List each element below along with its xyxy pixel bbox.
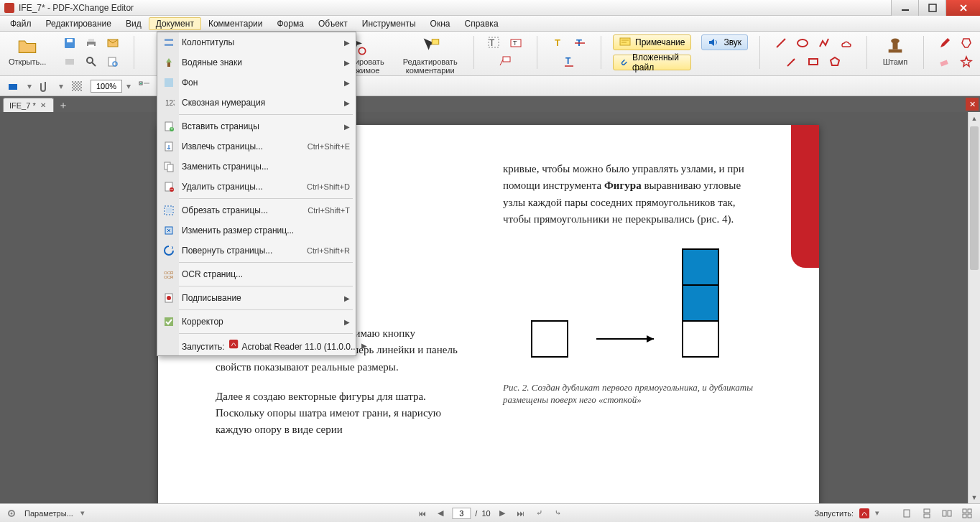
search-button[interactable] <box>82 53 101 70</box>
callout-icon[interactable] <box>496 53 514 70</box>
first-page-button[interactable]: ⏮ <box>415 507 429 520</box>
open-button[interactable]: Открыть... <box>4 34 50 67</box>
shape-cloud-icon[interactable] <box>957 34 976 52</box>
text-select-icon[interactable]: T <box>485 34 504 52</box>
document-viewport[interactable]: ных фигур сновных размеров верхность шат… <box>0 112 980 503</box>
menu-item[interactable]: Изменить размер страниц... <box>157 220 356 241</box>
edit-comments-button[interactable]: Редактировать комментарии <box>399 34 462 76</box>
menu-item-icon <box>162 314 176 329</box>
menu-item[interactable]: Фон▶ <box>157 73 356 93</box>
close-all-tabs-button[interactable]: ✕ <box>966 98 979 111</box>
svg-rect-77 <box>963 514 966 518</box>
textbox-icon[interactable]: T <box>507 34 525 52</box>
line-tool-icon[interactable] <box>772 34 790 52</box>
menu-item-icon <box>162 35 176 50</box>
svg-rect-30 <box>892 42 897 49</box>
menu-item[interactable]: 123Сквозная нумерация▶ <box>157 93 356 113</box>
close-button[interactable] <box>946 0 980 16</box>
zoom-input[interactable] <box>91 80 122 93</box>
next-page-button[interactable]: ▶ <box>495 507 509 520</box>
highlight-icon[interactable]: T <box>549 34 568 52</box>
menu-item[interactable]: Заменить страницы... <box>157 157 356 177</box>
svg-text:123: 123 <box>165 99 175 107</box>
stamp-button[interactable]: Штамп <box>879 34 912 67</box>
menu-item[interactable]: −Удалить страницы...Ctrl+Shift+D <box>157 177 356 197</box>
scroll-thumb[interactable] <box>970 126 979 270</box>
submenu-arrow-icon: ▶ <box>344 294 350 302</box>
menu-item[interactable]: Обрезать страницы...Ctrl+Shift+T <box>157 200 356 220</box>
two-page-view-icon[interactable] <box>940 507 954 520</box>
menu-форма[interactable]: Форма <box>269 17 310 30</box>
menu-документ[interactable]: Документ <box>149 17 201 30</box>
attach-file-button[interactable]: Вложенный файл <box>613 55 691 70</box>
underline-icon[interactable]: T <box>560 53 578 70</box>
menu-item[interactable]: +Вставить страницы▶ <box>157 116 356 136</box>
minimize-button[interactable] <box>891 0 918 16</box>
close-tab-icon[interactable]: ✕ <box>40 101 46 109</box>
menu-вид[interactable]: Вид <box>119 17 149 30</box>
scroll-down-icon[interactable]: ▼ <box>969 491 980 503</box>
comment-edit-icon <box>420 36 440 56</box>
opacity-icon[interactable] <box>68 78 86 95</box>
menu-инструменты[interactable]: Инструменты <box>355 17 423 30</box>
mail-button[interactable] <box>103 34 122 52</box>
fill-color-icon[interactable] <box>4 78 23 95</box>
note-button[interactable]: Примечание <box>613 34 691 50</box>
sound-button[interactable]: Звук <box>701 34 748 50</box>
two-continuous-view-icon[interactable] <box>960 507 974 520</box>
attachment-icon[interactable] <box>36 78 55 95</box>
arrow-tool-icon[interactable] <box>782 53 801 70</box>
checklist-icon[interactable] <box>135 78 154 95</box>
menu-item[interactable]: Водяные знаки▶ <box>157 52 356 73</box>
svg-rect-39 <box>683 249 718 285</box>
find-button[interactable] <box>103 53 122 70</box>
menu-item[interactable]: Подписывание▶ <box>157 288 356 308</box>
document-tab[interactable]: IFE_7 * ✕ <box>3 98 54 112</box>
oval-tool-icon[interactable] <box>793 34 812 52</box>
vertical-scrollbar[interactable]: ▲ ▼ <box>968 112 980 503</box>
prev-page-button[interactable]: ◀ <box>433 507 448 520</box>
figure-2: Рис. 2. Создан дубликат первого прямоуго… <box>503 242 762 406</box>
menu-item[interactable]: Запустить: Acrobat Reader 11.0 (11.0.0..… <box>157 335 356 355</box>
rect-tool-icon[interactable] <box>804 53 823 70</box>
submenu-arrow-icon: ▶ <box>344 39 350 47</box>
menu-объект[interactable]: Объект <box>311 17 355 30</box>
menu-редактирование[interactable]: Редактирование <box>39 17 119 30</box>
menu-item[interactable]: Корректор▶ <box>157 312 356 332</box>
maximize-button[interactable] <box>918 0 946 16</box>
menu-файл[interactable]: Файл <box>3 17 39 30</box>
cloud-tool-icon[interactable] <box>836 34 855 52</box>
menu-комментарии[interactable]: Комментарии <box>201 17 270 30</box>
scan-button[interactable] <box>60 53 79 70</box>
svg-point-9 <box>87 57 93 63</box>
svg-rect-32 <box>940 60 948 66</box>
print-button[interactable] <box>82 34 101 52</box>
menu-item[interactable]: Извлечь страницы...Ctrl+Shift+E <box>157 136 356 157</box>
scroll-up-icon[interactable]: ▲ <box>969 112 980 124</box>
svg-rect-5 <box>88 39 94 42</box>
page-number-input[interactable] <box>452 508 471 519</box>
svg-rect-65 <box>165 317 173 326</box>
nav-fwd-button[interactable]: ⤷ <box>551 507 565 520</box>
menu-справка[interactable]: Справка <box>457 17 505 30</box>
polyline-tool-icon[interactable] <box>815 34 833 52</box>
save-button[interactable] <box>60 34 79 52</box>
menu-окна[interactable]: Окна <box>423 17 458 30</box>
pencil-tool-icon[interactable] <box>935 34 954 52</box>
star-tool-icon[interactable] <box>957 53 976 70</box>
new-tab-button[interactable]: ＋ <box>58 99 68 112</box>
eraser-tool-icon[interactable] <box>935 53 954 70</box>
last-page-button[interactable]: ⏭ <box>514 507 528 520</box>
continuous-view-icon[interactable] <box>920 507 934 520</box>
polygon-tool-icon[interactable] <box>826 53 844 70</box>
acrobat-icon[interactable] <box>859 508 869 518</box>
params-button[interactable]: Параметры... <box>24 509 73 518</box>
strikeout-icon[interactable]: T <box>570 34 589 52</box>
single-page-view-icon[interactable] <box>900 507 914 520</box>
menu-item[interactable]: Повернуть страницы...Ctrl+Shift+R <box>157 241 356 261</box>
menu-item[interactable]: Колонтитулы▶ <box>157 32 356 52</box>
svg-rect-71 <box>924 509 930 513</box>
document-menu-dropdown: Колонтитулы▶Водяные знаки▶Фон▶123Сквозна… <box>157 32 356 356</box>
menu-item[interactable]: OCROCROCR страниц... <box>157 264 356 284</box>
nav-back-button[interactable]: ⤶ <box>532 507 547 520</box>
